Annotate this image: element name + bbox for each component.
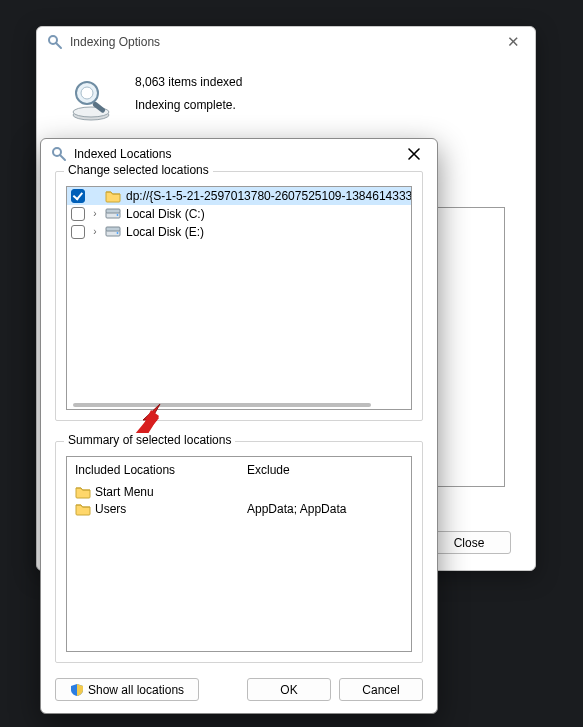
summary-table: Included Locations Start MenuUsers Exclu… (66, 456, 412, 652)
tree-row[interactable]: dp://{S-1-5-21-2597013780-2607525109-138… (67, 187, 411, 205)
summary-legend: Summary of selected locations (64, 433, 235, 447)
tree-row[interactable]: ›Local Disk (E:) (67, 223, 411, 241)
checkbox[interactable] (71, 189, 85, 203)
change-locations-group: Change selected locations dp://{S-1-5-21… (55, 171, 423, 421)
svg-line-1 (56, 43, 61, 48)
checkbox[interactable] (71, 207, 85, 221)
summary-group: Summary of selected locations Included L… (55, 441, 423, 663)
svg-rect-10 (106, 209, 120, 213)
close-button[interactable] (399, 139, 429, 169)
expand-icon[interactable]: › (90, 227, 100, 237)
search-icon (47, 34, 63, 50)
checkbox[interactable] (71, 225, 85, 239)
tree-row-label: Local Disk (E:) (126, 225, 204, 239)
indexing-options-titlebar: Indexing Options ✕ (37, 27, 535, 57)
close-button-footer[interactable]: Close (427, 531, 511, 554)
change-locations-legend: Change selected locations (64, 163, 213, 177)
included-header: Included Locations (75, 463, 231, 477)
search-icon (51, 146, 67, 162)
included-label: Start Menu (95, 485, 154, 499)
exclude-column: Exclude AppData; AppData (239, 457, 411, 651)
shield-icon (70, 683, 84, 697)
included-label: Users (95, 502, 126, 516)
magnifier-drive-icon (67, 75, 115, 123)
svg-rect-13 (106, 227, 120, 231)
exclude-label: AppData; AppData (247, 502, 346, 516)
show-all-locations-label: Show all locations (88, 683, 184, 697)
exclude-header: Exclude (247, 463, 403, 477)
svg-line-8 (60, 155, 65, 160)
indexed-locations-dialog: Indexed Locations Change selected locati… (40, 138, 438, 714)
svg-point-11 (117, 214, 119, 216)
locations-tree[interactable]: dp://{S-1-5-21-2597013780-2607525109-138… (66, 186, 412, 410)
included-row[interactable]: Users (75, 500, 231, 517)
cancel-button[interactable]: Cancel (339, 678, 423, 701)
tree-row-label: dp://{S-1-5-21-2597013780-2607525109-138… (126, 189, 412, 203)
indexing-options-title: Indexing Options (70, 35, 160, 49)
items-indexed-text: 8,063 items indexed (135, 71, 242, 94)
exclude-row (247, 483, 403, 500)
svg-point-14 (117, 232, 119, 234)
drive-icon (105, 225, 121, 239)
folder-icon (75, 485, 91, 499)
indexing-status-text: Indexing complete. (135, 94, 242, 117)
included-column: Included Locations Start MenuUsers (67, 457, 239, 651)
drive-icon (105, 207, 121, 221)
indexing-status-row: 8,063 items indexed Indexing complete. (37, 57, 535, 123)
folder-icon (75, 502, 91, 516)
tree-row-label: Local Disk (C:) (126, 207, 205, 221)
svg-point-5 (81, 87, 93, 99)
exclude-row: AppData; AppData (247, 500, 403, 517)
folder-icon (105, 189, 121, 203)
tree-row[interactable]: ›Local Disk (C:) (67, 205, 411, 223)
exclude-label (247, 485, 250, 499)
close-button[interactable]: ✕ (501, 33, 525, 51)
expand-icon[interactable]: › (90, 209, 100, 219)
ok-button[interactable]: OK (247, 678, 331, 701)
included-row[interactable]: Start Menu (75, 483, 231, 500)
show-all-locations-button[interactable]: Show all locations (55, 678, 199, 701)
indexed-locations-title: Indexed Locations (74, 147, 171, 161)
